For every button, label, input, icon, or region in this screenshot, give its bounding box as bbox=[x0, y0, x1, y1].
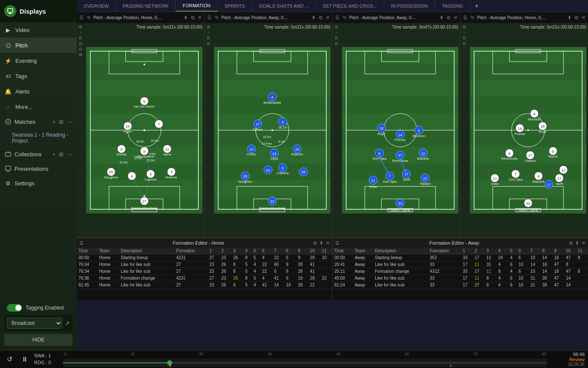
table-cell: 28 bbox=[296, 282, 308, 289]
panel-1-menu-icon[interactable]: ☰ bbox=[78, 15, 84, 20]
sidebar-item-video[interactable]: ▶ Video bbox=[0, 22, 77, 38]
table-cell: 22 bbox=[308, 282, 320, 289]
panel-1-sidebar-icon-4[interactable]: ⊟ bbox=[79, 41, 82, 46]
tab-overview[interactable]: OVERVIEW bbox=[77, 0, 116, 12]
matches-label: Matches bbox=[14, 119, 35, 125]
away-table-scroll[interactable]: Time Team Description Formation 1 2 3 4 … bbox=[333, 248, 588, 300]
panel-2-copy-icon[interactable]: ⧉ bbox=[318, 15, 323, 20]
panel-2-sidebar-icon-3[interactable]: ⊟ bbox=[207, 36, 210, 40]
away-table-close-icon[interactable]: ✕ bbox=[582, 240, 585, 246]
svg-text:21.0m: 21.0m bbox=[147, 159, 155, 162]
table-cell: 31 bbox=[529, 275, 541, 282]
panel-4-menu-icon[interactable]: ☰ bbox=[462, 15, 468, 20]
away-col-4: 4 bbox=[497, 248, 509, 254]
table-cell: 27 bbox=[174, 261, 208, 268]
panel-3-sidebar-icon-1[interactable]: ⊞ bbox=[335, 25, 338, 29]
svg-text:6.5m: 6.5m bbox=[149, 153, 156, 156]
panel-3-sidebar-icon-2[interactable]: ↕ bbox=[336, 30, 338, 35]
timeline[interactable]: 0 15 30 45 45 60 75 90 bbox=[63, 359, 547, 367]
collections-more-icon[interactable]: ⋯ bbox=[66, 151, 73, 158]
away-table-expand-icon[interactable]: ⧉ bbox=[569, 240, 573, 246]
panel-1-sidebar-icon-3[interactable]: ⊟ bbox=[79, 36, 82, 40]
sidebar-item-more[interactable]: ··· More... bbox=[0, 99, 77, 114]
home-table-close-icon[interactable]: ✕ bbox=[326, 240, 330, 246]
panel-2-refresh-icon[interactable]: ↻ bbox=[214, 15, 220, 20]
broadcast-external-icon[interactable]: ↗ bbox=[65, 320, 70, 327]
home-table-download-icon[interactable]: ⬇ bbox=[319, 240, 323, 246]
sidebar-item-eventing[interactable]: ⚡ Eventing bbox=[0, 53, 77, 68]
panel-2-time-sample: Time sample: 5m21s (00:00-15:00) bbox=[264, 25, 330, 29]
panel-2-menu-icon[interactable]: ☰ bbox=[206, 15, 212, 20]
panel-1-copy-icon[interactable]: ⧉ bbox=[190, 15, 195, 20]
collections-folder-icon[interactable]: ⊞ bbox=[58, 151, 64, 158]
panel-1-sidebar-icon-5[interactable]: ⊟ bbox=[79, 47, 82, 51]
tab-tagging[interactable]: TAGGING bbox=[435, 0, 470, 12]
panel-2-sidebar-icon-4[interactable]: ⊟ bbox=[207, 41, 210, 46]
panel-4-refresh-icon[interactable]: ↻ bbox=[470, 15, 475, 20]
hide-button[interactable]: HIDE bbox=[4, 334, 72, 346]
panel-3-close-icon[interactable]: ✕ bbox=[453, 15, 458, 20]
matches-more-icon[interactable]: ⋯ bbox=[66, 119, 73, 125]
panel-1-sidebar-icon-6[interactable]: ⊞ bbox=[79, 53, 82, 57]
panel-4-sidebar-icon-1[interactable]: ⊞ bbox=[463, 25, 466, 29]
matches-actions: + ⊞ ⋯ bbox=[51, 119, 73, 125]
table-row: 81:45HomeLike for like sub27232685441141… bbox=[77, 282, 332, 289]
table-cell: 10 bbox=[517, 275, 529, 282]
table-cell: Away bbox=[353, 275, 373, 282]
panel-2-sidebar-icon-1[interactable]: ⊞ bbox=[207, 25, 210, 29]
sidebar-item-alerts[interactable]: 🔔 Alerts bbox=[0, 84, 77, 99]
panel-4-download-icon[interactable]: ⬇ bbox=[567, 15, 572, 20]
table-cell: 47 bbox=[552, 261, 564, 268]
sidebar-item-pitch[interactable]: ⬡ Pitch bbox=[0, 38, 77, 53]
panel-3-sidebar-icon-3[interactable]: ⊟ bbox=[335, 36, 338, 40]
away-table-menu-icon[interactable]: ☰ bbox=[335, 240, 339, 246]
tab-add-button[interactable]: + bbox=[470, 0, 483, 12]
tab-set-piece[interactable]: SET PIECE AND CROS... bbox=[316, 0, 384, 12]
play-pause-button[interactable]: ⏸ bbox=[19, 353, 31, 365]
tab-passing-network[interactable]: PASSING NETWORK bbox=[116, 0, 176, 12]
panel-3-refresh-icon[interactable]: ↻ bbox=[342, 15, 348, 20]
tab-in-possession[interactable]: IN POSSESSION bbox=[384, 0, 435, 12]
matches-folder-icon[interactable]: ⊞ bbox=[58, 119, 64, 125]
collections-add-icon[interactable]: + bbox=[51, 151, 56, 158]
tagging-toggle[interactable] bbox=[7, 304, 22, 312]
home-table-menu-icon[interactable]: ☰ bbox=[79, 240, 84, 246]
panel-2-close-icon[interactable]: ✕ bbox=[325, 15, 330, 20]
home-table-expand-icon[interactable]: ⧉ bbox=[313, 240, 317, 246]
sidebar-group-matches[interactable]: Matches + ⊞ ⋯ bbox=[0, 114, 77, 129]
table-cell: Like for like sub bbox=[119, 261, 174, 268]
panel-4-sidebar-icon-4[interactable]: ⊟ bbox=[463, 41, 466, 46]
sidebar-group-presentations[interactable]: Presentations bbox=[0, 161, 77, 176]
tab-sprints[interactable]: SPRINTS bbox=[218, 0, 252, 12]
tab-formation[interactable]: FORMATION bbox=[176, 0, 217, 12]
panel-2-sidebar-icon-2[interactable]: ↕ bbox=[208, 30, 210, 35]
panel-1-close-icon[interactable]: ✕ bbox=[197, 15, 203, 20]
panel-4-sidebar-icon-3[interactable]: ⊟ bbox=[463, 36, 466, 40]
panel-3-title: Pitch - Average Position, Away, 0-... bbox=[349, 15, 437, 20]
tab-goals-shots[interactable]: GOALS SHOTS AND ... bbox=[252, 0, 316, 12]
home-table-scroll[interactable]: Time Team Description Formation 1 2 3 4 … bbox=[77, 248, 332, 300]
svg-text:17 Pres: 17 Pres bbox=[262, 142, 272, 145]
panel-3-copy-icon[interactable]: ⧉ bbox=[446, 15, 451, 20]
panel-1-sidebar-icon-2[interactable]: ↕ bbox=[80, 30, 82, 35]
panel-1-sidebar-icon-1[interactable]: ⊞ bbox=[79, 25, 82, 29]
panel-2-download-icon[interactable]: ⬇ bbox=[311, 15, 316, 20]
sidebar-group-collections[interactable]: Collections + ⊞ ⋯ bbox=[0, 147, 77, 161]
matches-add-icon[interactable]: + bbox=[51, 119, 56, 125]
rewind-button[interactable]: ↺ bbox=[3, 353, 15, 365]
panel-3-menu-icon[interactable]: ☰ bbox=[334, 15, 340, 20]
broadcast-select[interactable]: Broadcast bbox=[7, 318, 62, 329]
panel-4-close-icon[interactable]: ✕ bbox=[581, 15, 586, 20]
panel-4-copy-icon[interactable]: ⧉ bbox=[574, 15, 579, 20]
sidebar-group-settings[interactable]: ⚙ Settings bbox=[0, 176, 77, 190]
match-sub-item[interactable]: Swansea 1 - 1 Reading - Project bbox=[0, 129, 77, 147]
panel-1-download-icon[interactable]: ⬇ bbox=[183, 15, 188, 20]
panel-1-refresh-icon[interactable]: ↻ bbox=[86, 15, 92, 20]
table-cell: 4231 bbox=[174, 254, 208, 261]
table-cell: Like for like sub bbox=[119, 268, 174, 275]
panel-4-sidebar-icon-2[interactable]: ↕ bbox=[463, 30, 466, 35]
away-table-download-icon[interactable]: ⬇ bbox=[575, 240, 579, 246]
sidebar-item-tags[interactable]: 🏷 Tags bbox=[0, 68, 77, 84]
panel-3-download-icon[interactable]: ⬇ bbox=[439, 15, 444, 20]
panel-3-sidebar-icon-4[interactable]: ⊟ bbox=[335, 41, 338, 46]
